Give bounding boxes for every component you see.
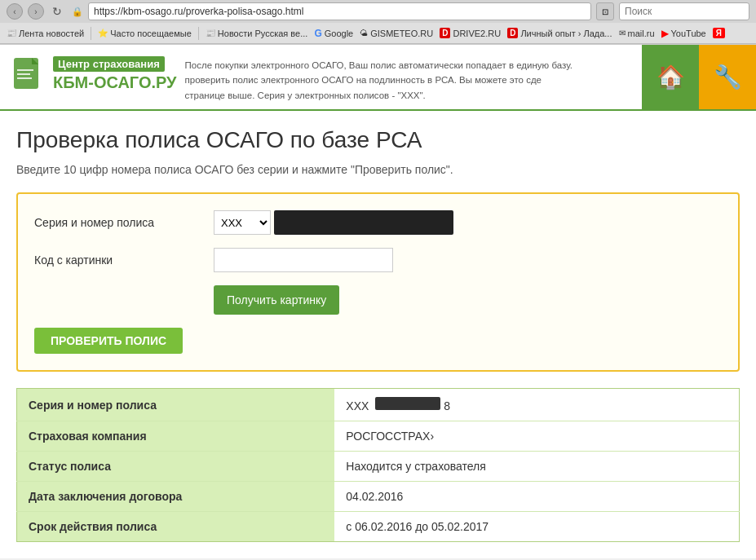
bookmark-novosti[interactable]: 📰 Новости Русская ве... [206, 29, 308, 38]
lada-icon: D [507, 28, 518, 38]
logo-text-block: Центр страхования КБМ-ОСАГО.РУ [53, 56, 177, 92]
form-row-series: Серия и номер полиса ХХХ ААА ВВВ ЕЕЕ ЗЗЗ… [34, 210, 722, 235]
bookmark-separator [91, 27, 91, 40]
bookmark-gismeteo[interactable]: 🌤 GISMETEO.RU [360, 29, 433, 38]
forward-button[interactable]: › [28, 3, 44, 20]
yandex-icon: Я [713, 28, 725, 38]
table-row: Страховая компания РОСГОССТРАХ› [17, 421, 740, 452]
captcha-input[interactable] [214, 248, 393, 272]
header-nav-buttons: 🏠 🔧 [642, 45, 756, 109]
check-button-row: ПРОВЕРИТЬ ПОЛИС [34, 328, 722, 354]
results-table: Серия и номер полиса ХХХ 8 Страховая ком… [16, 388, 740, 542]
browser-chrome: ‹ › ↻ 🔒 ⊡ 📰 Лента новостей ⭐ Часто посещ… [0, 0, 756, 45]
form-box: Серия и номер полиса ХХХ ААА ВВВ ЕЕЕ ЗЗЗ… [16, 192, 740, 372]
result-label-validity: Срок действия полиса [17, 512, 335, 542]
browser-icon-group: ⊡ [596, 2, 614, 20]
main-content: Проверка полиса ОСАГО по базе РСА Введит… [0, 111, 756, 558]
captcha-input-group [214, 248, 393, 272]
svg-rect-2 [17, 69, 33, 71]
series-input-group: ХХХ ААА ВВВ ЕЕЕ ЗЗЗ ККК МММ РРР ССС ТТТ … [214, 210, 453, 235]
result-value-series: ХХХ 8 [334, 389, 739, 421]
site-header: Центр страхования КБМ-ОСАГО.РУ После пок… [0, 45, 756, 111]
get-captcha-button[interactable]: Получить картинку [214, 285, 339, 315]
result-value-validity: с 06.02.2016 до 05.02.2017 [334, 512, 739, 542]
google-icon: G [314, 28, 321, 39]
logo-area: Центр страхования КБМ-ОСАГО.РУ После пок… [0, 45, 642, 109]
drive2-icon: D [440, 28, 450, 38]
table-row: Дата заключения договора 04.02.2016 [17, 482, 740, 512]
page-subtitle: Введите 10 цифр номера полиса ОСАГО без … [16, 163, 740, 176]
table-row: Серия и номер полиса ХХХ 8 [17, 389, 740, 421]
result-value-date: 04.02.2016 [334, 482, 739, 512]
policy-number-redacted [274, 210, 453, 235]
check-policy-button[interactable]: ПРОВЕРИТЬ ПОЛИС [34, 328, 183, 354]
lock-icon: 🔒 [72, 7, 83, 17]
star-icon: ⭐ [98, 29, 108, 37]
result-label-date: Дата заключения договора [17, 482, 335, 512]
bookmark-news-feed[interactable]: 📰 Лента новостей [7, 29, 84, 38]
get-captcha-row: Получить картинку [214, 285, 722, 315]
logo-prefix: Центр страхования [53, 56, 165, 72]
news-icon: 📰 [7, 29, 16, 37]
bookmark-frequent[interactable]: ⭐ Часто посещаемые [98, 29, 192, 38]
back-button[interactable]: ‹ [7, 3, 23, 20]
redacted-value [375, 397, 440, 410]
bookmark-youtube[interactable]: ▶ YouTube [661, 28, 706, 39]
home-button[interactable]: 🏠 [642, 45, 699, 109]
result-label-insurer: Страховая компания [17, 421, 335, 452]
series-select[interactable]: ХХХ ААА ВВВ ЕЕЕ ЗЗЗ ККК МММ РРР ССС ТТТ … [214, 210, 271, 235]
site-logo: КБМ-ОСАГО.РУ [53, 73, 177, 92]
header-banner: После покупки электронного ОСАГО, Ваш по… [185, 56, 573, 103]
result-value-insurer: РОСГОССТРАХ› [334, 421, 739, 452]
result-value-status: Находится у страхователя [334, 452, 739, 482]
news2-icon: 📰 [206, 29, 215, 37]
captcha-label: Код с картинки [34, 254, 214, 267]
page-title: Проверка полиса ОСАГО по базе РСА [16, 127, 740, 153]
svg-rect-3 [17, 73, 30, 75]
bookmark-google[interactable]: G Google [314, 28, 353, 39]
page-content: Центр страхования КБМ-ОСАГО.РУ После пок… [0, 45, 756, 558]
bookmark-mail[interactable]: ✉ mail.ru [619, 29, 655, 38]
browser-icon-screen[interactable]: ⊡ [596, 2, 614, 20]
logo-icon [12, 58, 45, 97]
refresh-button[interactable]: ↻ [49, 3, 65, 20]
result-label-status: Статус полиса [17, 452, 335, 482]
svg-rect-4 [17, 77, 32, 79]
youtube-icon: ▶ [661, 28, 669, 39]
series-label: Серия и номер полиса [34, 216, 214, 229]
bookmark-drive2[interactable]: D DRIVE2.RU [440, 28, 501, 38]
wrench-icon: 🔧 [714, 64, 742, 90]
bookmark-yandex[interactable]: Я [713, 28, 725, 38]
search-input[interactable] [619, 2, 749, 20]
tools-button[interactable]: 🔧 [699, 45, 756, 109]
url-bar[interactable] [88, 2, 591, 20]
form-row-captcha: Код с картинки [34, 248, 722, 272]
weather-icon: 🌤 [360, 29, 368, 37]
bookmark-separator-2 [198, 27, 199, 40]
bookmark-lada[interactable]: D Личный опыт › Лада... [507, 28, 612, 38]
result-label-series: Серия и номер полиса [17, 389, 335, 421]
table-row: Срок действия полиса с 06.02.2016 до 05.… [17, 512, 740, 542]
home-icon: 🏠 [657, 64, 685, 90]
bookmarks-bar: 📰 Лента новостей ⭐ Часто посещаемые 📰 Но… [0, 23, 756, 44]
browser-titlebar: ‹ › ↻ 🔒 ⊡ [0, 0, 756, 23]
mail-icon: ✉ [619, 29, 626, 37]
table-row: Статус полиса Находится у страхователя [17, 452, 740, 482]
